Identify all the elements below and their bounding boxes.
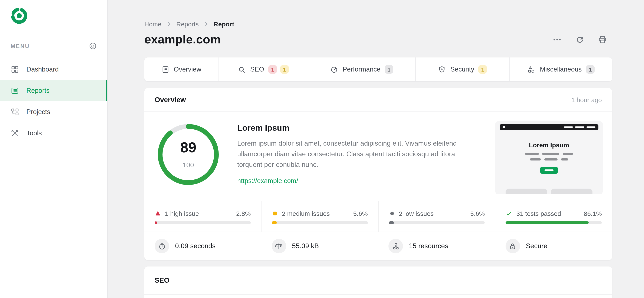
check-icon — [506, 210, 512, 217]
dashboard-grid-icon — [11, 65, 19, 74]
sidebar-nav: Dashboard Reports Projects — [0, 59, 107, 144]
metric-value: 0.09 seconds — [175, 242, 216, 250]
tab-label: Miscellaneous — [540, 65, 582, 73]
sidebar-item-label: Projects — [26, 108, 50, 116]
tab-label: SEO — [250, 65, 264, 73]
report-tabs: Overview SEO 1 1 Performance 1 — [144, 57, 612, 81]
scale-icon — [272, 239, 286, 253]
app-logo-icon — [10, 7, 107, 26]
reports-list-icon — [11, 86, 19, 95]
site-thumbnail: Lorem Ipsum — [495, 121, 603, 194]
chevron-right-icon — [166, 21, 172, 27]
lock-icon — [505, 239, 520, 253]
refresh-button[interactable] — [576, 35, 584, 44]
header-actions — [552, 35, 607, 44]
metric-security: Secure — [495, 239, 612, 253]
breadcrumb: Home Reports Report — [144, 20, 612, 28]
breadcrumb-current: Report — [214, 20, 234, 28]
printer-icon — [598, 35, 607, 44]
more-options-button[interactable] — [552, 35, 562, 44]
metric-page-size: 55.09 kB — [261, 239, 378, 253]
tab-security[interactable]: Security 1 — [415, 57, 510, 81]
sidebar: MENU Dashboard — [0, 0, 108, 298]
menu-label: MENU — [11, 43, 30, 49]
score-max: 100 — [182, 161, 194, 169]
tools-icon — [11, 129, 19, 137]
thumbnail-text-lines — [495, 158, 603, 161]
refresh-icon — [576, 35, 584, 44]
stat-label: 2 medium issues — [282, 210, 330, 217]
projects-hierarchy-icon — [11, 108, 19, 116]
sidebar-item-label: Tools — [26, 129, 42, 137]
sidebar-item-label: Reports — [26, 87, 50, 94]
stat-label: 2 low issues — [399, 210, 434, 217]
score-value: 89 — [180, 140, 196, 155]
seo-card: SEO — [144, 267, 612, 298]
tab-label: Overview — [174, 65, 201, 73]
square-medium-icon — [272, 210, 278, 217]
tab-miscellaneous[interactable]: Miscellaneous 1 — [510, 57, 612, 81]
shapes-icon — [528, 65, 536, 73]
chevron-right-icon — [203, 21, 209, 27]
sidebar-item-reports[interactable]: Reports — [0, 80, 107, 101]
feedback-face-icon[interactable] — [88, 42, 97, 50]
metric-value: 15 resources — [409, 242, 448, 250]
main-area: Home Reports Report example.com — [108, 0, 644, 298]
score-gauge: 89 100 — [156, 123, 220, 186]
stat-percent: 86.1% — [584, 210, 602, 217]
stopwatch-icon — [154, 239, 169, 253]
issue-stats-row: 1 high issue 2.8% 2 medium issues 5.6% — [144, 201, 612, 232]
stat-tests-passed: 31 tests passed 86.1% — [495, 201, 612, 232]
stat-percent: 2.8% — [236, 210, 251, 217]
stat-medium-issues: 2 medium issues 5.6% — [261, 201, 378, 232]
search-icon — [238, 65, 246, 73]
triangle-high-icon — [154, 210, 161, 217]
overview-card: Overview 1 hour ago 89 100 — [144, 88, 612, 260]
overview-report-icon — [162, 65, 170, 73]
metric-load-time: 0.09 seconds — [144, 239, 261, 253]
stat-percent: 5.6% — [470, 210, 485, 217]
metric-value: Secure — [526, 242, 547, 250]
thumbnail-navbar — [500, 124, 598, 130]
breadcrumb-home[interactable]: Home — [144, 20, 162, 28]
sidebar-item-dashboard[interactable]: Dashboard — [0, 59, 107, 80]
sidebar-item-projects[interactable]: Projects — [0, 101, 107, 123]
print-button[interactable] — [598, 35, 607, 44]
thumbnail-text-lines — [495, 153, 603, 155]
resources-icon — [388, 239, 403, 253]
metric-resources: 15 resources — [378, 239, 495, 253]
score-divider — [177, 158, 200, 158]
tab-seo[interactable]: SEO 1 1 — [218, 57, 308, 81]
stat-low-issues: 2 low issues 5.6% — [378, 201, 495, 232]
medium-issues-badge: 1 — [478, 65, 487, 74]
tab-overview[interactable]: Overview — [144, 57, 218, 81]
menu-header: MENU — [11, 42, 97, 50]
site-summary: Lorem Ipsum Lorem ipsum dolor sit amet, … — [237, 123, 478, 185]
site-url-link[interactable]: https://example.com/ — [237, 177, 298, 185]
metrics-row: 0.09 seconds 55.09 kB — [144, 232, 612, 260]
breadcrumb-reports[interactable]: Reports — [176, 20, 199, 28]
stat-label: 1 high issue — [165, 210, 199, 217]
medium-issues-badge: 1 — [280, 65, 289, 74]
app-window: MENU Dashboard — [0, 0, 644, 298]
site-description: Lorem ipsum dolor sit amet, consectetur … — [237, 138, 478, 170]
thumbnail-content-blocks — [506, 189, 592, 194]
tab-performance[interactable]: Performance 1 — [308, 57, 415, 81]
seo-section-title: SEO — [154, 276, 170, 284]
high-issues-badge: 1 — [268, 65, 277, 74]
stat-label: 31 tests passed — [516, 210, 561, 217]
stat-percent: 5.6% — [353, 210, 368, 217]
issues-badge: 1 — [586, 65, 594, 74]
tab-label: Security — [450, 65, 474, 73]
metric-value: 55.09 kB — [292, 242, 319, 250]
page-title: example.com — [144, 33, 221, 46]
speedometer-icon — [330, 65, 338, 73]
issues-badge: 1 — [384, 65, 393, 74]
ellipsis-icon — [552, 35, 562, 44]
tab-label: Performance — [343, 65, 380, 73]
report-timestamp: 1 hour ago — [572, 96, 602, 103]
sidebar-item-tools[interactable]: Tools — [0, 123, 107, 144]
site-title: Lorem Ipsum — [237, 123, 478, 133]
shield-icon — [438, 65, 446, 73]
overview-section-title: Overview — [154, 96, 186, 104]
